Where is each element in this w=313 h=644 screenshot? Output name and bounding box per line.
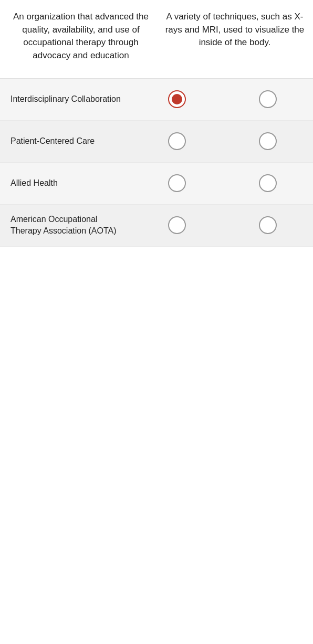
radio-col2-circle-aota[interactable]: [259, 216, 277, 234]
radio-col1-circle-aota[interactable]: [168, 216, 186, 234]
radio-col2-circle-patient-centered-care[interactable]: [259, 132, 277, 150]
col1-header: An organization that advanced the qualit…: [0, 10, 156, 62]
answer-table: Interdisciplinary CollaborationPatient-C…: [0, 79, 313, 247]
radio-col1-circle-patient-centered-care[interactable]: [168, 132, 186, 150]
col1-header-text: An organization that advanced the qualit…: [11, 10, 151, 62]
radio-col2-circle-allied-health[interactable]: [259, 174, 277, 192]
row-label-aota: American Occupational Therapy Associatio…: [0, 205, 131, 245]
row-label-allied-health: Allied Health: [0, 169, 131, 197]
radio-col1-circle-allied-health[interactable]: [168, 174, 186, 192]
radio-col1-patient-centered-care[interactable]: [131, 132, 222, 150]
radio-col2-aota[interactable]: [222, 216, 313, 234]
col2-header-text: A variety of techniques, such as X-rays …: [162, 10, 308, 49]
radio-col2-allied-health[interactable]: [222, 174, 313, 192]
radio-col2-circle-interdisciplinary-collaboration[interactable]: [259, 90, 277, 108]
row-label-patient-centered-care: Patient-Centered Care: [0, 127, 131, 155]
radio-col1-interdisciplinary-collaboration[interactable]: [131, 90, 222, 108]
radio-col2-interdisciplinary-collaboration[interactable]: [222, 90, 313, 108]
table-row-interdisciplinary-collaboration: Interdisciplinary Collaboration: [0, 79, 313, 121]
row-label-interdisciplinary-collaboration: Interdisciplinary Collaboration: [0, 85, 131, 113]
table-row-allied-health: Allied Health: [0, 163, 313, 205]
header-section: An organization that advanced the qualit…: [0, 0, 313, 79]
col2-header: A variety of techniques, such as X-rays …: [156, 10, 313, 62]
radio-col2-patient-centered-care[interactable]: [222, 132, 313, 150]
radio-col1-circle-interdisciplinary-collaboration[interactable]: [168, 90, 186, 108]
radio-col1-aota[interactable]: [131, 216, 222, 234]
table-row-aota: American Occupational Therapy Associatio…: [0, 205, 313, 247]
radio-col1-allied-health[interactable]: [131, 174, 222, 192]
radio-col1-inner-interdisciplinary-collaboration: [172, 94, 182, 104]
table-row-patient-centered-care: Patient-Centered Care: [0, 121, 313, 163]
